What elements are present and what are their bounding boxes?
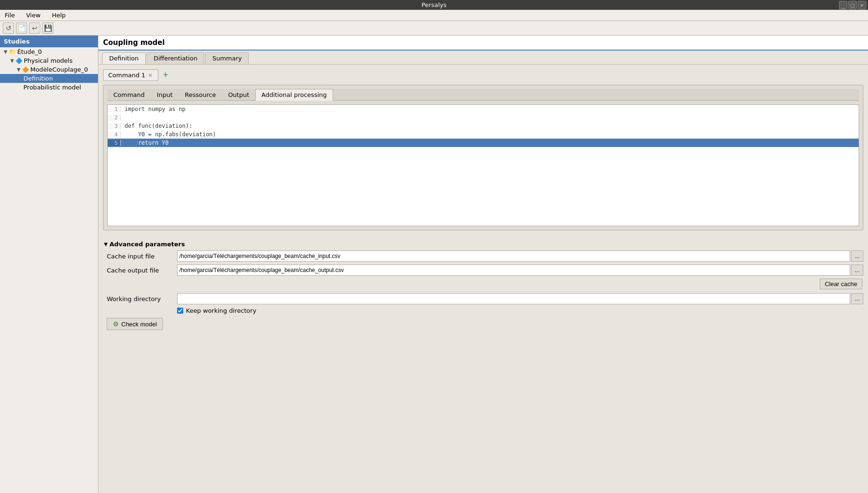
- content-area: Coupling model Definition Differentiatio…: [98, 36, 868, 493]
- code-line: 1import numpy as np: [108, 105, 859, 113]
- content-panel: Command 1 × + Command Input Ressource Ou…: [98, 65, 868, 493]
- working-directory-row: Working directory ...: [103, 293, 863, 304]
- cache-input-label: Cache input file: [107, 253, 177, 260]
- tree: ▼📁Étude_0▼🔷Physical models▼🔶ModèleCoupla…: [0, 47, 98, 92]
- line-number: 1: [108, 106, 121, 112]
- sidebar-item-label: Probabilistic model: [23, 84, 81, 91]
- window-controls: _ □ ×: [839, 1, 866, 9]
- line-number: 2: [108, 115, 121, 121]
- sidebar-item-etude[interactable]: ▼📁Étude_0: [0, 47, 98, 56]
- sidebar-item-label: ModèleCouplage_0: [30, 66, 88, 73]
- command-tab-close[interactable]: ×: [147, 72, 153, 78]
- keep-working-dir-label: Keep working directory: [186, 307, 256, 314]
- menu-file[interactable]: File: [2, 11, 18, 20]
- line-number: 5: [108, 140, 121, 146]
- toolbar-save[interactable]: 💾: [42, 22, 53, 34]
- close-button[interactable]: ×: [858, 1, 866, 9]
- keep-working-dir-row: Keep working directory: [103, 307, 863, 314]
- menu-help[interactable]: Help: [49, 11, 69, 20]
- tree-arrow-icon: ▼: [4, 49, 7, 54]
- clear-cache-row: Clear cache: [103, 279, 863, 291]
- line-number: 3: [108, 123, 121, 129]
- cache-input-field[interactable]: [177, 250, 850, 262]
- check-model-label: Check model: [121, 321, 157, 328]
- titlebar: Persalys _ □ ×: [0, 0, 868, 10]
- clear-cache-button[interactable]: Clear cache: [820, 279, 862, 289]
- advanced-header-label: Advanced parameters: [110, 241, 185, 248]
- tab-differentiation[interactable]: Differentiation: [147, 52, 204, 64]
- sidebar-item-definition[interactable]: Definition: [0, 74, 98, 83]
- app-title: Persalys: [422, 1, 447, 8]
- tree-arrow-icon: ▼: [17, 67, 21, 72]
- command-tabs-bar: Command 1 × +: [103, 69, 863, 81]
- cache-input-row: Cache input file ...: [103, 250, 863, 262]
- menu-view[interactable]: View: [23, 11, 44, 20]
- line-content: Y0 = np.fabs(deviation): [121, 131, 216, 138]
- code-editor[interactable]: 1import numpy as np23def func(deviation)…: [107, 104, 859, 226]
- advanced-arrow-icon: ▼: [104, 242, 108, 247]
- code-line: 3def func(deviation):: [108, 122, 859, 130]
- toolbar: ↺ 📄 ↩ 💾: [0, 21, 868, 36]
- minimize-button[interactable]: _: [839, 1, 847, 9]
- line-number: 4: [108, 132, 121, 138]
- line-content: import numpy as np: [121, 106, 185, 112]
- tab-ressource[interactable]: Ressource: [179, 89, 222, 101]
- command-content: Command Input Ressource Output Additiona…: [103, 85, 863, 230]
- cache-output-row: Cache output file ...: [103, 265, 863, 276]
- advanced-parameters: ▼ Advanced parameters Cache input file .…: [103, 238, 863, 330]
- tree-folder-icon: 🔷: [15, 58, 22, 64]
- check-model-button[interactable]: ⚙ Check model: [107, 318, 163, 330]
- cache-output-field[interactable]: [177, 265, 850, 276]
- tree-folder-icon: 📁: [9, 49, 16, 55]
- code-line: 5 return Y0: [108, 139, 859, 147]
- working-directory-browse[interactable]: ...: [851, 293, 863, 304]
- inner-tabs: Command Input Ressource Output Additiona…: [107, 89, 859, 101]
- tree-arrow-icon: ▼: [10, 58, 14, 63]
- main-layout: Studies ▼📁Étude_0▼🔷Physical models▼🔶Modè…: [0, 36, 868, 493]
- check-model-icon: ⚙: [113, 320, 119, 328]
- panel-title: Coupling model: [98, 36, 868, 51]
- tab-summary[interactable]: Summary: [205, 52, 249, 64]
- working-directory-label: Working directory: [107, 295, 177, 302]
- sidebar-item-modele[interactable]: ▼🔶ModèleCouplage_0: [0, 65, 98, 74]
- line-content: def func(deviation):: [121, 123, 193, 129]
- main-tabs-row: Definition Differentiation Summary: [98, 51, 868, 65]
- command-tab-1[interactable]: Command 1 ×: [103, 69, 158, 81]
- sidebar-item-label: Physical models: [24, 57, 73, 64]
- working-directory-field[interactable]: [177, 293, 850, 304]
- tab-input[interactable]: Input: [151, 89, 179, 101]
- line-content: return Y0: [121, 140, 169, 146]
- toolbar-new[interactable]: 📄: [16, 22, 27, 34]
- tree-folder-icon: 🔶: [22, 66, 29, 73]
- keep-working-dir-checkbox[interactable]: [177, 308, 183, 314]
- cache-output-label: Cache output file: [107, 267, 177, 274]
- sidebar-item-label: Étude_0: [17, 48, 42, 55]
- cache-input-browse[interactable]: ...: [851, 250, 863, 262]
- tab-command[interactable]: Command: [107, 89, 151, 101]
- advanced-header[interactable]: ▼ Advanced parameters: [103, 238, 863, 250]
- tab-definition[interactable]: Definition: [102, 52, 146, 64]
- code-line: 4 Y0 = np.fabs(deviation): [108, 130, 859, 139]
- sidebar-header: Studies: [0, 36, 98, 47]
- menubar: File View Help: [0, 10, 868, 21]
- sidebar-item-label: Definition: [23, 75, 53, 82]
- toolbar-undo[interactable]: ↩: [29, 22, 40, 34]
- add-command-button[interactable]: +: [160, 70, 171, 81]
- code-line: 2: [108, 113, 859, 122]
- maximize-button[interactable]: □: [848, 1, 857, 9]
- tab-additional-processing[interactable]: Additional processing: [255, 89, 333, 101]
- command-tab-label: Command 1: [108, 72, 145, 79]
- sidebar-item-probabilistic[interactable]: Probabilistic model: [0, 83, 98, 92]
- sidebar-item-physical[interactable]: ▼🔷Physical models: [0, 56, 98, 65]
- toolbar-refresh[interactable]: ↺: [3, 22, 14, 34]
- cache-output-browse[interactable]: ...: [851, 265, 863, 276]
- sidebar: Studies ▼📁Étude_0▼🔷Physical models▼🔶Modè…: [0, 36, 98, 493]
- tab-output[interactable]: Output: [222, 89, 255, 101]
